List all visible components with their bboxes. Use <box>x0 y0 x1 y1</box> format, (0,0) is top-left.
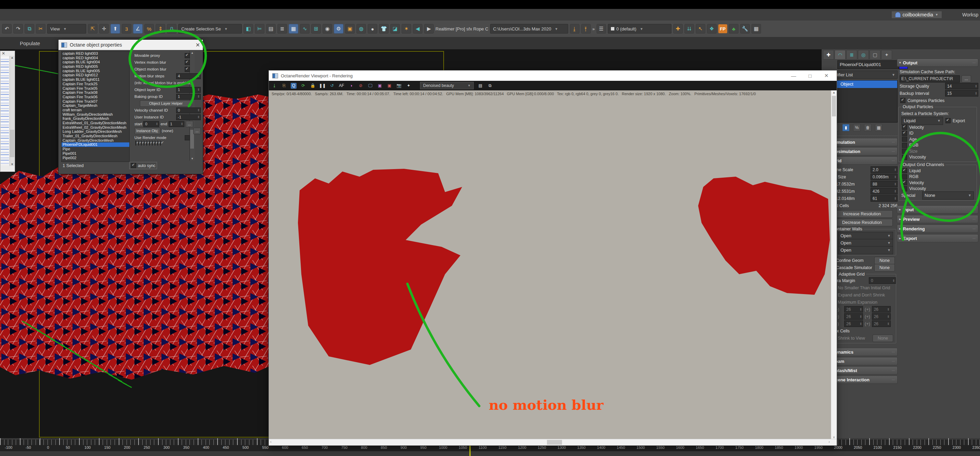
rollout-header[interactable]: ▸ Resimulation⋯ <box>826 147 897 155</box>
object-list-item[interactable]: craft terrain <box>62 108 129 112</box>
scroll-up-icon[interactable]: ▲ <box>10 56 14 59</box>
layer-list-icon[interactable]: ☰ <box>597 24 606 33</box>
utilities-tab-icon[interactable]: ✦ <box>881 50 892 59</box>
checkbox[interactable] <box>185 53 190 58</box>
rollout-header[interactable]: ▸ Scene Interaction⋯ <box>826 376 897 384</box>
scroll-right-icon[interactable]: › <box>829 440 830 444</box>
checkbox[interactable] <box>902 131 907 136</box>
render-hscrollbar[interactable]: ‹ › <box>269 439 837 445</box>
scene-scale-spinner[interactable]: 2.0 <box>870 166 897 173</box>
close-icon[interactable]: ✕ <box>196 42 200 48</box>
user-account-chip[interactable]: coilbookmedia ▼ <box>892 11 942 18</box>
channel-checkbox-row[interactable]: Size <box>899 148 977 155</box>
render-passes-icon[interactable]: ▤ <box>477 83 483 89</box>
checkbox[interactable] <box>185 67 190 72</box>
maximum-expansion-row[interactable]: Maximum Expansion <box>828 298 896 306</box>
wrench-icon[interactable]: 🔧 <box>740 24 750 33</box>
listener-scroll-handle[interactable] <box>10 130 14 157</box>
scene-explorer-icon[interactable]: ≣ <box>277 24 287 33</box>
close-icon[interactable]: ✕ <box>2 51 5 56</box>
axis-plus-spinner[interactable]: 26 <box>872 313 891 320</box>
checkbox[interactable] <box>902 148 907 154</box>
channel-checkbox-row[interactable]: Velocity <box>899 180 977 186</box>
expand-dont-shrink-row[interactable]: Expand and Don't Shrink <box>828 291 896 298</box>
selection-set-dropdown[interactable]: Create Selection Se▼ <box>178 24 242 33</box>
mirror-icon[interactable]: ◧ <box>243 24 253 33</box>
axis-plus-spinner[interactable]: 26 <box>872 320 891 327</box>
object-list-item[interactable]: captain RED light004 <box>62 56 129 60</box>
save-scene-icon[interactable]: ⭳ <box>570 24 579 33</box>
layer-dropdown[interactable]: 0 (default) ▼ <box>608 24 671 33</box>
decrease-resolution-button[interactable]: Decrease Resolution <box>831 219 893 226</box>
ribbon-toggle-icon[interactable]: ▦ <box>289 24 298 33</box>
rollout-header[interactable]: ▸ Input⋯ <box>897 206 978 214</box>
start-spinner[interactable]: 0 <box>143 121 159 127</box>
channel-checkbox-row[interactable]: Liquid <box>899 168 977 174</box>
curve-editor-icon[interactable]: ∿ <box>300 24 310 33</box>
material-ball-icon[interactable]: ● <box>368 24 377 33</box>
channel-checkbox-row[interactable]: ID <box>899 131 977 137</box>
object-list-item[interactable]: PhoenixFDLiquid001 <box>62 142 129 147</box>
rollout-header-output[interactable]: ▾ Output⋯ <box>897 59 978 67</box>
confine-geom-button[interactable]: None <box>874 257 895 264</box>
fp-badge[interactable]: FP <box>718 24 727 33</box>
object-name-field[interactable]: PhoenixFDLiquid001 <box>837 60 899 69</box>
backup-interval-spinner[interactable]: 15 <box>945 90 978 97</box>
material-editor-icon[interactable]: ◉ <box>323 24 332 33</box>
rollout-header[interactable]: ▸ Preview⋯ <box>897 215 978 223</box>
object-list-item[interactable]: captain RED light012 <box>62 73 129 77</box>
hierarchy-tab-icon[interactable]: ≣ <box>846 50 857 59</box>
auto-sync-toggle[interactable]: auto sync <box>130 162 157 169</box>
angle-snap-icon[interactable]: ∠ <box>133 24 143 33</box>
object-list-item[interactable]: captain BLUE light005 <box>62 69 129 73</box>
view-dropdown[interactable]: View▼ <box>47 24 86 33</box>
object-list-item[interactable]: captain BLUE light011 <box>62 77 129 82</box>
object-list-item[interactable]: frank_GravityDirectionMesh <box>62 116 129 121</box>
create-tab-icon[interactable]: ✚ <box>823 50 834 59</box>
motion-tab-icon[interactable]: ◎ <box>858 50 869 59</box>
camera-icon[interactable]: 📷 <box>396 83 402 89</box>
select-link-icon[interactable]: ⧉ <box>25 24 34 33</box>
color-picker-icon[interactable]: ◑ <box>348 83 354 89</box>
refresh-icon[interactable]: ↺ <box>329 83 335 89</box>
layer-props-icon[interactable]: ❖ <box>707 24 717 33</box>
make-unique-icon[interactable]: % <box>853 124 861 131</box>
flag-checkbox[interactable] <box>152 141 153 145</box>
object-motion-blur-row[interactable]: Object motion blur <box>134 66 201 73</box>
axis-minus-spinner[interactable]: 26 <box>844 313 863 320</box>
export-passes-icon[interactable]: ⧉ <box>487 83 493 89</box>
pause-icon[interactable]: ❚❚ <box>320 83 325 89</box>
cache-path-field[interactable]: E:\_CURRENT PROJECT\R <box>900 75 960 83</box>
channel-checkbox-row[interactable]: RGB <box>899 142 977 148</box>
schematic-view-icon[interactable]: ⊞ <box>311 24 321 33</box>
project-path-dropdown[interactable]: C:\Users\COI...3ds Max 2020▼ <box>490 24 568 33</box>
object-list-item[interactable]: Long Ladder_GravityDirectionMesh <box>62 129 129 134</box>
vertex-motion-blur-row[interactable]: Vertex motion blur <box>134 59 201 66</box>
unlink-icon[interactable]: ✂ <box>36 24 46 33</box>
object-list-item[interactable]: captain RED light005 <box>62 64 129 69</box>
checkbox[interactable] <box>902 186 907 191</box>
storage-quality-spinner[interactable]: 14 <box>945 83 978 89</box>
layer-manager-icon[interactable]: ▤ <box>266 24 276 33</box>
checkbox[interactable] <box>900 98 905 103</box>
workspaces-label[interactable]: Worksp <box>962 12 980 18</box>
object-list-item[interactable]: Pipe <box>62 147 129 151</box>
flag-checkbox[interactable] <box>146 141 147 145</box>
instance-obj-button[interactable]: Instance Obj: <box>134 128 161 134</box>
baking-group-id-spinner[interactable]: 1 <box>176 94 201 100</box>
rollout-header[interactable]: ▸ Dynamics⋯ <box>826 348 897 356</box>
movable-proxy-row[interactable]: Movable proxy <box>134 52 201 59</box>
compress-particles-row[interactable]: Compress Particles <box>897 97 978 104</box>
channel-checkbox-row[interactable]: Viscosity <box>899 155 977 161</box>
checkbox[interactable] <box>131 163 136 168</box>
object-list-item[interactable]: Captain Fire Truck06 <box>62 95 129 99</box>
flag-checkbox[interactable] <box>160 141 161 145</box>
rollout-header[interactable]: ▸ Foam⋯ <box>826 357 897 365</box>
flag-checkbox[interactable] <box>154 141 155 145</box>
flag-checkbox[interactable] <box>144 141 144 145</box>
checkbox[interactable] <box>945 118 951 123</box>
add-layer-icon[interactable]: ✚ <box>673 24 683 33</box>
object-list-item[interactable]: Pipe001 <box>62 151 129 156</box>
dialog-titlebar[interactable]: Octane object properties ✕ <box>59 40 203 50</box>
object-list-item[interactable]: captain BLUE light004 <box>62 60 129 64</box>
